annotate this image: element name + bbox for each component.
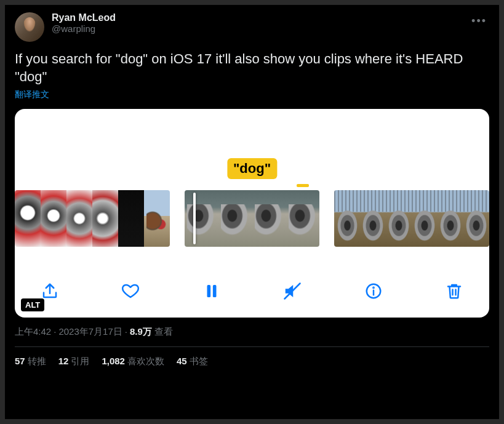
retweets-label: 转推: [28, 356, 46, 366]
mute-icon[interactable]: [282, 281, 303, 302]
views-count: 8.9万: [130, 326, 152, 338]
clip-frame: [412, 190, 438, 247]
clip-frame: [252, 190, 286, 247]
clip-frame: [386, 190, 412, 247]
info-icon[interactable]: [363, 281, 384, 302]
clip-frame: [66, 190, 92, 247]
tweet-date[interactable]: 2023年7月17日: [58, 326, 122, 338]
clip-frame: [334, 190, 360, 247]
media-attachment[interactable]: "dog": [15, 109, 489, 318]
clip-frame: [360, 190, 386, 247]
tweet-meta: 上午4:42 2023年7月17日 8.9万 查看: [15, 326, 489, 338]
likes-label: 喜欢次数: [127, 356, 164, 366]
tweet-time[interactable]: 上午4:42: [15, 326, 51, 338]
video-scrubber[interactable]: [15, 190, 489, 247]
playhead-marker: [297, 184, 309, 187]
clip-frame: [118, 190, 144, 247]
clip-frame: [438, 190, 463, 247]
divider: [15, 346, 489, 347]
clip-frame: [185, 190, 218, 247]
views-label: 查看: [154, 326, 173, 338]
tweet-header: Ryan McLeod @warpling •••: [15, 12, 489, 42]
clip-frame: [41, 190, 66, 247]
bookmarks-count: 45: [177, 356, 187, 366]
clip-frame: [15, 190, 41, 247]
clip-frame: [92, 190, 118, 247]
translate-link[interactable]: 翻译推文: [15, 89, 489, 100]
bookmarks-label: 书签: [190, 356, 208, 366]
svg-point-5: [373, 287, 374, 288]
tweet-card: Ryan McLeod @warpling ••• If you search …: [5, 5, 499, 419]
tweet-stats: 57转推 12引用 1,082喜欢次数 45书签: [15, 356, 489, 367]
clip-frame: [218, 190, 252, 247]
retweets-stat[interactable]: 57转推: [15, 356, 46, 367]
separator-dot: [54, 326, 56, 337]
caption-token: "dog": [227, 158, 277, 179]
tweet-text: If you search for "dog" on iOS 17 it'll …: [15, 50, 489, 86]
clip-group[interactable]: [15, 190, 170, 247]
retweets-count: 57: [15, 356, 25, 366]
avatar[interactable]: [15, 12, 44, 42]
handle: @warpling: [52, 23, 489, 34]
alt-badge[interactable]: ALT: [21, 298, 44, 311]
quotes-count: 12: [58, 356, 69, 366]
clip-group[interactable]: [185, 190, 320, 247]
quotes-stat[interactable]: 12引用: [58, 356, 90, 367]
clip-frame: [286, 190, 319, 247]
bookmarks-stat[interactable]: 45书签: [177, 356, 208, 367]
heart-icon[interactable]: [120, 281, 141, 302]
svg-rect-1: [213, 285, 217, 297]
more-icon[interactable]: •••: [469, 12, 489, 30]
likes-count: 1,082: [102, 356, 125, 366]
clip-frame: [463, 190, 489, 247]
pause-icon[interactable]: [201, 281, 222, 302]
clip-frame: [144, 190, 170, 247]
svg-rect-0: [207, 285, 210, 297]
media-toolbar: [15, 276, 489, 306]
likes-stat[interactable]: 1,082喜欢次数: [102, 356, 164, 367]
quotes-label: 引用: [71, 356, 89, 366]
clip-group[interactable]: [334, 190, 489, 247]
separator-dot: [125, 326, 127, 337]
trash-icon[interactable]: [444, 281, 465, 302]
author-names[interactable]: Ryan McLeod @warpling: [52, 12, 489, 34]
display-name: Ryan McLeod: [52, 12, 489, 23]
